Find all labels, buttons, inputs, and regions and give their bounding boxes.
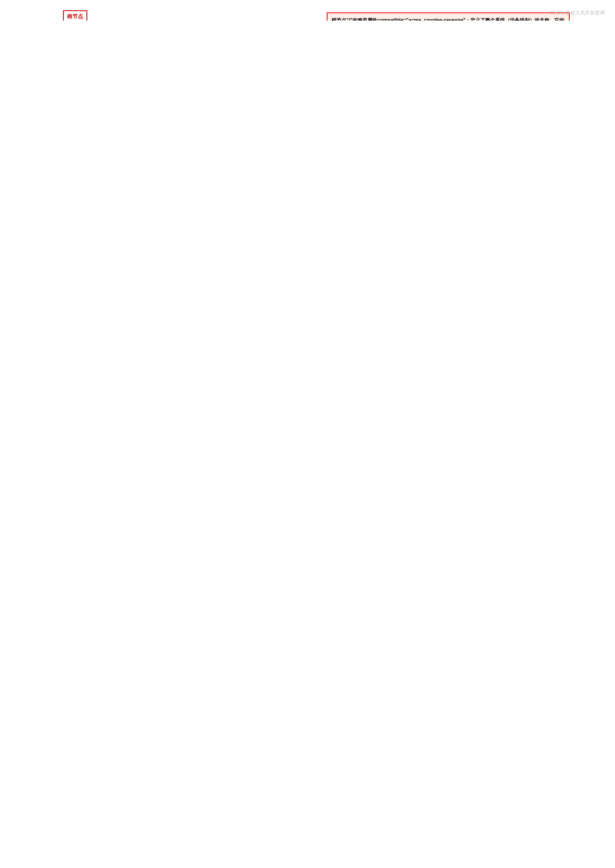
box-root-compatible: 根节点"/"的兼容属性compatible="acme, coyotes-rev… bbox=[327, 12, 570, 21]
label-root-node: 根节点 bbox=[63, 10, 87, 21]
footer-attribution: CSDN @嵌入式开发星球 bbox=[550, 9, 605, 16]
